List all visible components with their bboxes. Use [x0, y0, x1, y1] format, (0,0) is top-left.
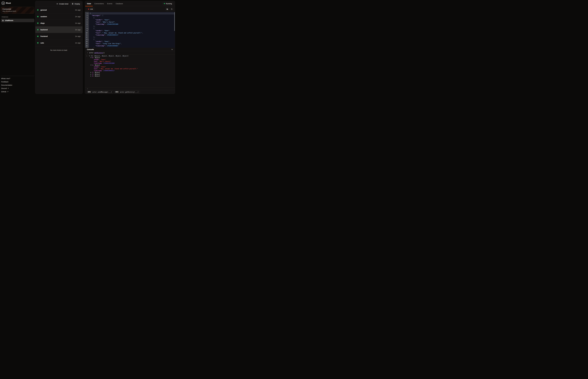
expand-triangle-icon[interactable] — [91, 74, 92, 75]
actor-name: cats — [40, 42, 44, 44]
status-dot — [37, 36, 38, 37]
code-line[interactable]: { — [89, 28, 175, 30]
rpc-badge: RPC — [115, 91, 119, 93]
expand-triangle-icon[interactable] — [91, 65, 92, 65]
expand-triangle-icon[interactable] — [91, 57, 92, 58]
fold-chevron-icon[interactable] — [88, 15, 89, 16]
rivet-logo-icon: R — [2, 2, 5, 5]
tab-label: Database — [116, 3, 123, 5]
fold-chevron-icon[interactable] — [88, 39, 89, 40]
line-number: 17 — [85, 47, 89, 48]
fold-chevron-icon[interactable] — [88, 28, 89, 29]
code-line[interactable]: { — [89, 17, 175, 19]
tab-label: Events — [107, 3, 112, 5]
console-input-row[interactable] — [85, 87, 175, 90]
editor-code[interactable]: { "messages": [ { "sender": "User", "tex… — [89, 12, 175, 48]
code-line[interactable]: { — [89, 38, 175, 40]
prompt-chevron-icon — [87, 88, 88, 89]
code-line[interactable]: } — [89, 47, 175, 48]
console-row: text: " Nay, answer me. Stand and unfold… — [85, 68, 175, 70]
code-line[interactable]: }, — [89, 25, 175, 27]
actor-list-header: Create Actor Display — [35, 1, 82, 7]
console-row: 2: Object — [85, 71, 175, 73]
status-dot — [37, 29, 38, 30]
tab-database[interactable]: Database — [114, 1, 125, 6]
code-line[interactable]: "messages": [ — [89, 15, 175, 16]
code-line[interactable]: "sender": "User", — [89, 30, 175, 32]
actor-row-backend[interactable]: backend 1m ago — [35, 26, 82, 33]
save-state-button[interactable] — [165, 7, 169, 11]
console-title: Console — [87, 48, 94, 50]
status-dot — [37, 42, 38, 44]
expand-triangle-icon[interactable] — [91, 76, 92, 77]
rpc-send-message-button[interactable]: RPC actor.sendMessage(...) — [87, 90, 113, 94]
code-line[interactable]: "sender": "User", — [89, 40, 175, 43]
code-line[interactable]: "sender": "User", — [89, 19, 175, 21]
actor-row-general[interactable]: general 2m ago — [35, 7, 82, 13]
live-toggle-button[interactable]: Live — [86, 7, 95, 11]
command-method[interactable]: getHistory — [94, 52, 103, 54]
code-line[interactable]: "text": "Who’s there?", — [89, 21, 175, 23]
code-line[interactable]: "text": "Long live the King!", — [89, 43, 175, 45]
rpc-get-history-button[interactable]: RPC actor.getHistory(...) — [114, 90, 140, 94]
status-dot — [37, 9, 38, 11]
footer-link-whats-new[interactable]: Whats new? — [1, 77, 34, 80]
display-label: Display — [74, 3, 80, 5]
actor-time: 1m ago — [75, 35, 80, 37]
rpc-badge: RPC — [87, 91, 92, 93]
fold-chevron-icon[interactable] — [88, 17, 89, 18]
footer-link-feedback[interactable]: Feedback — [1, 80, 34, 83]
line-number: 1 — [85, 12, 89, 15]
footer-link-github[interactable]: GitHub — [1, 90, 34, 93]
create-actor-button[interactable]: Create Actor — [55, 2, 70, 6]
connection-url: http://localhost:6420 — [2, 10, 33, 12]
code-line[interactable]: "timestamp": 1764043999867 — [89, 45, 175, 47]
command-args: () — [103, 52, 105, 54]
code-line[interactable]: "text": " Nay, answer me. Stand and unfo… — [89, 32, 175, 34]
reset-state-button[interactable] — [170, 7, 174, 11]
footer-link-label: Documentation — [1, 84, 12, 86]
actor-list-panel: Create Actor Display general 2m ago rand… — [35, 1, 82, 94]
footer-link-label: Whats new? — [1, 78, 10, 79]
line-number: 9 — [85, 30, 89, 32]
running-status-badge: Running — [162, 2, 174, 5]
editor-gutter: 1234567891011121314151617 — [85, 12, 89, 48]
code-line[interactable]: "timestamp": 1764043995517 — [89, 34, 175, 36]
console-row: text: "Who’s there?" — [85, 61, 175, 63]
display-button[interactable]: Display — [70, 2, 81, 6]
actor-row-dogs[interactable]: dogs 1m ago — [35, 20, 82, 26]
no-more-actors-message: No more Actors to load. — [35, 49, 82, 51]
footer-link-documentation[interactable]: Documentation — [1, 83, 34, 87]
actor-row-random[interactable]: random 1m ago — [35, 13, 82, 20]
code-line[interactable]: { — [89, 12, 175, 15]
code-line[interactable]: }, — [89, 36, 175, 38]
rpc-label: actor.getHistory(...) — [120, 91, 139, 93]
sidebar-item-chatroom[interactable]: chatRoom — [1, 19, 34, 22]
tab-events[interactable]: Events — [106, 1, 114, 6]
line-number: 3 — [85, 17, 89, 19]
console-header[interactable]: Console — [85, 48, 175, 51]
tab-label: Connections — [94, 3, 104, 5]
actor-row-cats[interactable]: cats 1m ago — [35, 40, 82, 46]
console-row: (5) [Object, Object, Object, Object, Obj… — [85, 55, 175, 57]
expand-triangle-icon[interactable] — [91, 72, 92, 73]
expand-triangle-icon[interactable] — [89, 56, 91, 56]
state-json-editor[interactable]: 1234567891011121314151617 { "messages": … — [85, 12, 175, 48]
line-number: 10 — [85, 32, 89, 34]
line-number: 12 — [85, 36, 89, 38]
tab-state[interactable]: State — [85, 1, 93, 6]
actor-time: 1m ago — [75, 42, 80, 44]
footer-link-discord[interactable]: Discord — [1, 87, 34, 90]
actor-row-frontend[interactable]: frontend 1m ago — [35, 33, 82, 40]
editor-scrollbar[interactable] — [174, 12, 175, 31]
code-line[interactable]: "timestamp": 1764043991880 — [89, 23, 175, 25]
live-label: Live — [90, 8, 93, 10]
fold-chevron-icon[interactable] — [88, 13, 89, 14]
console-command-row: actor. getHistory () — [85, 51, 175, 54]
return-value-chevron-icon — [87, 56, 89, 56]
brand-name: Rivet — [6, 2, 11, 4]
actor-name: random — [40, 16, 47, 17]
actor-time: 2m ago — [75, 9, 80, 11]
tab-connections[interactable]: Connections — [93, 1, 106, 6]
chevron-down-icon[interactable] — [171, 49, 173, 50]
